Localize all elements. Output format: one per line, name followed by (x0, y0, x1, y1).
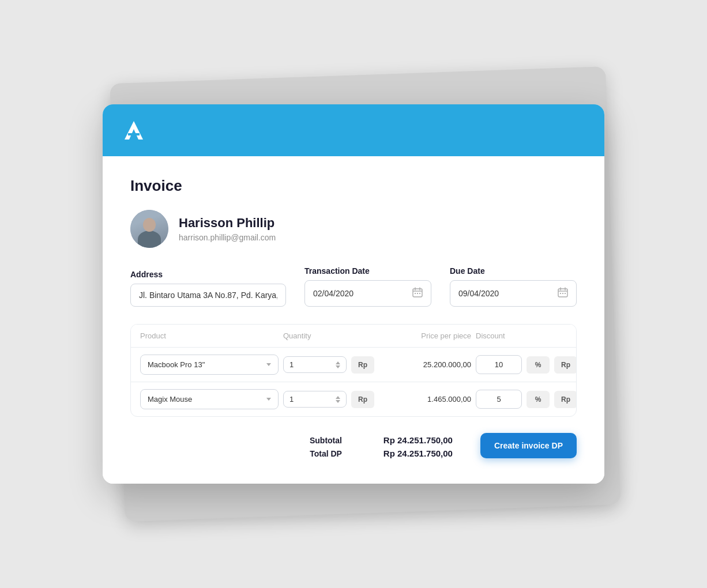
main-card: Invoice Harisson Phillip harrison.philli… (103, 104, 604, 484)
svg-marker-0 (125, 121, 143, 140)
qty-control-0[interactable]: 1 (283, 356, 347, 373)
transaction-date-input-wrapper[interactable] (304, 280, 431, 307)
chevron-down-icon-1 (266, 398, 271, 401)
subtotal-label: Subtotal (302, 436, 342, 445)
product-select-0[interactable]: Macbook Pro 13" (140, 355, 279, 375)
price-value-1: 1.465.000,00 (379, 395, 471, 404)
th-product: Product (140, 331, 279, 340)
discount-value-0[interactable]: 10 (476, 355, 522, 374)
svg-rect-8 (419, 293, 420, 294)
qty-control-1[interactable]: 1 (283, 391, 347, 408)
th-price: Price per piece (379, 331, 471, 340)
price-value-0: 25.200.000,00 (379, 360, 471, 369)
card-body: Invoice Harisson Phillip harrison.philli… (103, 156, 604, 484)
svg-rect-13 (560, 293, 561, 294)
balance-currency-badge-1: Rp (554, 391, 577, 408)
due-date-input[interactable] (458, 289, 553, 298)
transaction-date-field-group: Transaction Date (304, 266, 431, 307)
qty-up-icon-0[interactable] (336, 361, 340, 364)
avatar (130, 210, 168, 248)
product-name-1: Magix Mouse (148, 395, 262, 404)
app-header (103, 104, 604, 156)
total-dp-value: Rp 24.251.750,00 (360, 448, 453, 458)
summary-row: Subtotal Rp 24.251.750,00 Total DP Rp 24… (130, 433, 577, 458)
fields-row: Address Transaction Date (130, 266, 577, 307)
pct-badge-1: % (527, 391, 550, 408)
qty-value-0: 1 (289, 360, 294, 369)
customer-row: Harisson Phillip harrison.phillip@gmail.… (130, 210, 577, 248)
transaction-date-input[interactable] (313, 289, 408, 298)
address-input-wrapper[interactable] (130, 284, 286, 307)
svg-rect-7 (417, 293, 418, 294)
th-pct-spacer (527, 331, 550, 340)
currency-badge-0: Rp (351, 356, 374, 374)
svg-rect-1 (128, 133, 140, 135)
table-header: Product Quantity Price per piece Discoun… (131, 325, 576, 348)
chevron-down-icon-0 (266, 363, 271, 366)
total-dp-line: Total DP Rp 24.251.750,00 (302, 448, 453, 458)
th-balance-currency-spacer (554, 331, 577, 340)
totals: Subtotal Rp 24.251.750,00 Total DP Rp 24… (302, 435, 453, 458)
create-invoice-button[interactable]: Create invoice DP (480, 433, 577, 458)
qty-down-icon-0[interactable] (336, 365, 340, 368)
due-date-label: Due Date (450, 266, 577, 276)
calendar-icon-transaction[interactable] (412, 287, 423, 300)
table-row: Macbook Pro 13" 1 Rp 25.200.000,00 10 % (131, 348, 576, 382)
address-label: Address (130, 270, 286, 279)
total-dp-label: Total DP (302, 449, 342, 458)
subtotal-line: Subtotal Rp 24.251.750,00 (302, 435, 453, 445)
qty-down-icon-1[interactable] (336, 400, 340, 403)
app-logo (121, 118, 146, 143)
qty-value-1: 1 (289, 395, 294, 404)
th-currency-spacer (351, 331, 374, 340)
qty-up-icon-1[interactable] (336, 396, 340, 399)
svg-rect-15 (565, 293, 566, 294)
address-field-group: Address (130, 270, 286, 307)
products-table: Product Quantity Price per piece Discoun… (130, 324, 577, 417)
svg-rect-6 (415, 293, 416, 294)
customer-info: Harisson Phillip harrison.phillip@gmail.… (179, 216, 276, 242)
due-date-input-wrapper[interactable] (450, 280, 577, 307)
product-name-0: Macbook Pro 13" (148, 360, 262, 369)
product-select-1[interactable]: Magix Mouse (140, 389, 279, 409)
pct-badge-0: % (527, 356, 550, 374)
th-quantity: Quantity (283, 331, 347, 340)
currency-badge-1: Rp (351, 391, 374, 408)
subtotal-value: Rp 24.251.750,00 (360, 435, 453, 445)
qty-arrows-0[interactable] (336, 361, 340, 368)
discount-value-1[interactable]: 5 (476, 390, 522, 409)
address-input[interactable] (139, 291, 277, 300)
qty-arrows-1[interactable] (336, 396, 340, 403)
customer-email: harrison.phillip@gmail.com (179, 233, 276, 242)
page-title: Invoice (130, 177, 577, 195)
calendar-icon-due[interactable] (558, 287, 568, 300)
svg-rect-14 (562, 293, 563, 294)
table-row: Magix Mouse 1 Rp 1.465.000,00 5 % Rp (131, 382, 576, 416)
due-date-field-group: Due Date (450, 266, 577, 307)
customer-name: Harisson Phillip (179, 216, 276, 231)
balance-currency-badge-0: Rp (554, 356, 577, 374)
th-discount: Discount (476, 331, 522, 340)
transaction-date-label: Transaction Date (304, 266, 431, 276)
